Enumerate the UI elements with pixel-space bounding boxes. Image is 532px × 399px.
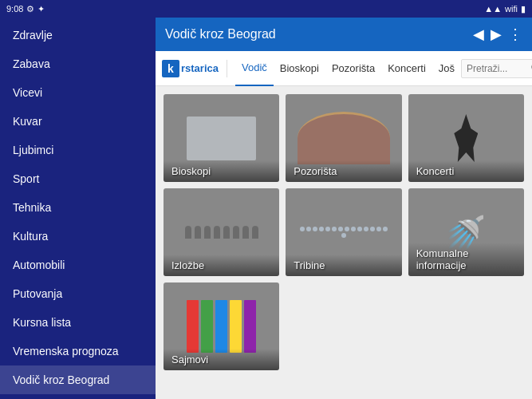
search-box[interactable]: 🔍 bbox=[461, 59, 532, 78]
page-title: Vodič kroz Beograd bbox=[165, 27, 276, 41]
sidebar-item-putovanja[interactable]: Putovanja bbox=[0, 279, 156, 308]
grid-item-izlozbe[interactable]: Izložbe bbox=[164, 188, 279, 276]
grid-item-tribine[interactable]: Tribine bbox=[286, 188, 401, 276]
sidebar-item-automobili[interactable]: Automobili bbox=[0, 251, 156, 279]
content-grid: Bioskopi Pozorišta Koncerti bbox=[164, 94, 524, 370]
status-icons: ▲▲ wifi ▮ bbox=[484, 4, 526, 14]
settings-icon: ⚙ bbox=[26, 4, 34, 14]
status-bar: 9:08 ⚙ ✦ ▲▲ wifi ▮ bbox=[0, 0, 532, 18]
audience-deco bbox=[298, 227, 390, 238]
sidebar-item-vicevi[interactable]: Vicevi bbox=[0, 78, 156, 107]
sidebar-item-kuvar[interactable]: Kuvar bbox=[0, 107, 156, 136]
sidebar-item-ljubimci[interactable]: Ljubimci bbox=[0, 136, 156, 164]
sidebar-item-prognoza[interactable]: Vremenska prognoza bbox=[0, 337, 156, 365]
grid-item-komunalne[interactable]: 🚿 Komunalne informacije bbox=[408, 188, 524, 276]
logo-area: k rstarica bbox=[162, 60, 227, 77]
tile-bioskopi-label: Bioskopi bbox=[164, 160, 279, 182]
sidebar-item-kursna[interactable]: Kursna lista bbox=[0, 308, 156, 337]
sajmovi-deco bbox=[187, 300, 256, 353]
nav-back-button[interactable]: ◀ bbox=[473, 26, 484, 43]
nav-forward-button[interactable]: ▶ bbox=[491, 26, 502, 43]
cinema-screen-deco bbox=[187, 117, 256, 160]
grid-area: Bioskopi Pozorišta Koncerti bbox=[156, 86, 532, 399]
top-bar: Vodič kroz Beograd ◀ ▶ ⋮ bbox=[156, 18, 532, 51]
wifi-icon: wifi bbox=[505, 4, 518, 14]
grid-item-koncerti[interactable]: Koncerti bbox=[408, 94, 524, 182]
bluetooth-icon: ✦ bbox=[37, 4, 45, 14]
sidebar-item-pretrazivac[interactable]: Pretraživač bbox=[0, 394, 156, 399]
battery-icon: ▮ bbox=[521, 4, 526, 14]
sidebar-item-zdravlje[interactable]: Zdravlje bbox=[0, 21, 156, 49]
tile-izlozbe-label: Izložbe bbox=[164, 255, 279, 276]
status-time: 9:08 ⚙ ✦ bbox=[6, 4, 45, 14]
content-area: Vodič kroz Beograd ◀ ▶ ⋮ k rstarica Vodi… bbox=[156, 18, 532, 399]
tab-vodic[interactable]: Vodič bbox=[235, 51, 274, 86]
grid-item-sajmovi[interactable]: Sajmovi bbox=[164, 282, 279, 370]
tile-koncerti-label: Koncerti bbox=[408, 160, 524, 182]
tile-sajmovi-label: Sajmovi bbox=[164, 349, 279, 370]
logo-letter: k bbox=[162, 60, 179, 77]
sidebar-item-sport[interactable]: Sport bbox=[0, 164, 156, 193]
top-bar-actions: ◀ ▶ ⋮ bbox=[473, 26, 522, 43]
overflow-menu-button[interactable]: ⋮ bbox=[508, 26, 522, 43]
sidebar-item-kultura[interactable]: Kultura bbox=[0, 222, 156, 251]
signal-icon: ▲▲ bbox=[484, 4, 502, 14]
tab-pozorista[interactable]: Pozorišta bbox=[325, 51, 381, 86]
tile-tribine-label: Tribine bbox=[286, 255, 401, 276]
logo-text: rstarica bbox=[181, 62, 219, 74]
tile-pozorista-label: Pozorišta bbox=[286, 160, 401, 182]
concert-deco bbox=[454, 114, 478, 162]
sidebar-item-zabava[interactable]: Zabava bbox=[0, 49, 156, 78]
grid-item-bioskopi[interactable]: Bioskopi bbox=[164, 94, 279, 182]
tab-jos[interactable]: Još bbox=[432, 51, 461, 86]
grid-item-pozorista[interactable]: Pozorišta bbox=[286, 94, 401, 182]
theatre-deco bbox=[298, 112, 390, 164]
app-container: Zdravlje Zabava Vicevi Kuvar Ljubimci Sp… bbox=[0, 18, 532, 399]
search-input[interactable] bbox=[467, 63, 530, 74]
nav-tabs: k rstarica Vodič Bioskopi Pozorišta Konc… bbox=[156, 51, 532, 86]
sidebar-item-vodic[interactable]: Vodič kroz Beograd bbox=[0, 365, 156, 394]
tab-bioskopi[interactable]: Bioskopi bbox=[274, 51, 325, 86]
sidebar: Zdravlje Zabava Vicevi Kuvar Ljubimci Sp… bbox=[0, 18, 156, 399]
gallery-deco bbox=[181, 226, 262, 239]
tab-koncerti[interactable]: Koncerti bbox=[381, 51, 432, 86]
sidebar-item-tehnika[interactable]: Tehnika bbox=[0, 193, 156, 222]
tile-komunalne-label: Komunalne informacije bbox=[408, 243, 524, 276]
